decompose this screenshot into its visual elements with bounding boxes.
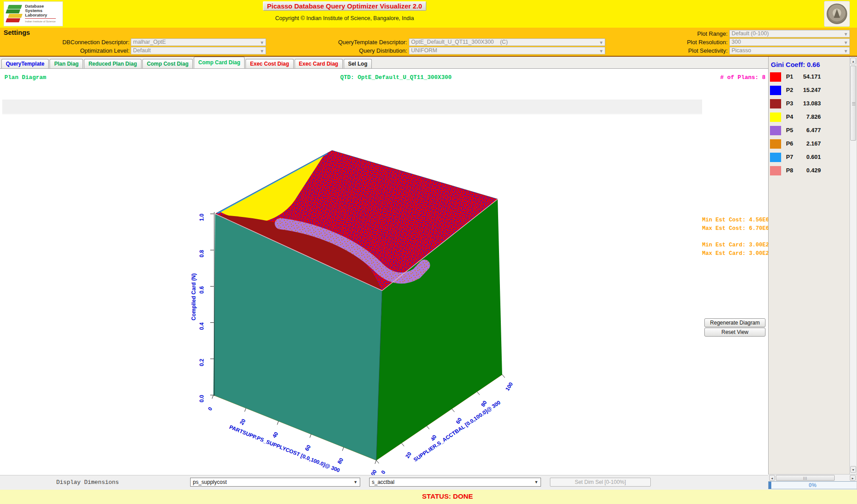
legend-plan-value: 6.477	[795, 127, 821, 133]
plot-resolution-label: Plot Resolution:	[638, 38, 728, 46]
legend-plan-label: P6	[786, 140, 793, 147]
tab-comp-cost-diag[interactable]: Comp Cost Diag	[142, 59, 193, 68]
axis-tick	[376, 460, 379, 463]
legend-row-p4: P47.826	[769, 112, 850, 125]
tab-sel-log[interactable]: Sel Log	[344, 59, 372, 68]
stat-line: Min Est Cost: 4.56E6	[702, 216, 769, 225]
tab-plan-diag[interactable]: Plan Diag	[50, 59, 83, 68]
axis-tick	[310, 434, 311, 438]
legend-panel: Gini Coeff: 0.66 P154.171P215.247P313.08…	[768, 57, 849, 474]
top-banner: Database Systems Laboratory Indian Insti…	[0, 0, 857, 28]
axis-tick	[375, 460, 376, 464]
legend-swatch	[770, 153, 781, 162]
chevron-down-icon: ▼	[844, 48, 848, 54]
tab-reduced-plan-diag[interactable]: Reduced Plan Diag	[84, 59, 141, 68]
regenerate-diagram-button[interactable]: Regenerate Diagram	[704, 318, 765, 327]
stat-line: Min Est Card: 3.00E2	[702, 241, 769, 250]
optimization-level-value: Default	[133, 47, 151, 54]
stat-line: Max Est Cost: 6.70E6	[702, 225, 769, 233]
axis-tick	[245, 408, 246, 412]
vertical-scrollbar[interactable]: ▲ ▼	[849, 57, 857, 474]
axis-tick-label: 0	[207, 406, 214, 412]
horizontal-scroll-thumb[interactable]: |||	[776, 475, 835, 481]
dimension1-value: ps_supplycost	[193, 479, 227, 485]
dimension2-value: s_acctbal	[372, 479, 395, 485]
settings-heading: Settings	[4, 29, 30, 36]
legend-swatch	[770, 139, 781, 149]
progress-bar: 0%	[768, 481, 857, 489]
axis-tick-label: 0.6	[199, 286, 205, 294]
tab-comp-card-diag[interactable]: Comp Card Diag	[194, 57, 245, 68]
axis-tick-label: 0.8	[199, 250, 205, 258]
plot-selectivity-value: Picasso	[732, 47, 751, 54]
dsl-logo: Database Systems Laboratory Indian Insti…	[4, 1, 63, 26]
dimension2-select[interactable]: s_acctbal▼	[369, 478, 541, 487]
axis-tick	[477, 392, 480, 395]
picasso-app: Database Systems Laboratory Indian Insti…	[0, 0, 857, 504]
axis-tick-label: 0.2	[199, 358, 205, 366]
legend-row-p5: P56.477	[769, 125, 850, 138]
axis-tick-label: 20	[238, 417, 247, 426]
reset-view-button[interactable]: Reset View	[704, 328, 765, 337]
legend-row-p7: P70.601	[769, 152, 850, 165]
progress-text: 0%	[769, 482, 857, 488]
plot-selectivity-label: Plot Selectivity:	[638, 47, 728, 54]
tab-exec-cost-diag[interactable]: Exec Cost Diag	[245, 59, 293, 68]
gini-coeff: Gini Coeff: 0.66	[771, 61, 820, 68]
status-bar: STATUS: DONE	[0, 490, 857, 504]
dimension1-select[interactable]: ps_supplycost▼	[190, 478, 360, 487]
axis-tick	[452, 409, 454, 412]
scroll-left-icon[interactable]: ◄	[769, 475, 775, 481]
plan-diagram-3d[interactable]: 0.00.20.40.60.81.0 020406080100 02040608…	[0, 69, 769, 475]
legend-swatch	[770, 72, 781, 82]
query-distribution-select[interactable]: UNIFORM▼	[409, 47, 605, 54]
scroll-up-icon[interactable]: ▲	[850, 58, 856, 64]
tab-querytemplate[interactable]: QueryTemplate	[1, 59, 49, 68]
dsl-subline: Indian Institute of Science	[25, 18, 56, 24]
legend-plan-value: 7.826	[795, 113, 821, 120]
tab-label: Exec Card Diag	[299, 61, 338, 67]
optimization-level-select[interactable]: Default▼	[131, 47, 266, 54]
dsl-bricks-icon	[5, 4, 23, 24]
copyright-text: Copyright © Indian Institute of Science,…	[263, 15, 426, 21]
horizontal-scrollbar[interactable]: ◄ ||| ►	[768, 474, 857, 481]
tab-strip: QueryTemplatePlan DiagReduced Plan DiagC…	[0, 57, 768, 68]
legend-plan-label: P3	[786, 100, 793, 107]
scroll-down-icon[interactable]: ▼	[850, 466, 856, 473]
db-connection-select[interactable]: malhar_OptE▼	[131, 38, 266, 46]
axis-tick	[401, 443, 404, 446]
brick-yellow-icon	[8, 14, 23, 18]
plot-resolution-select[interactable]: 300▼	[729, 38, 850, 46]
tab-label: Reduced Plan Diag	[88, 61, 137, 67]
legend-swatch	[770, 99, 781, 108]
chevron-down-icon: ▼	[354, 478, 358, 486]
plot-resolution-value: 300	[732, 39, 741, 45]
axis-tick-label: 0	[380, 469, 387, 475]
tab-label: Sel Log	[348, 61, 367, 67]
db-connection-label: DBConnection Descriptor:	[40, 38, 129, 46]
legend-plan-label: P7	[786, 154, 793, 160]
chevron-down-icon: ▼	[260, 48, 264, 54]
axis-tick	[212, 395, 213, 399]
app-title: Picasso Database Query Optimizer Visuali…	[263, 1, 426, 11]
tab-exec-card-diag[interactable]: Exec Card Diag	[295, 59, 343, 68]
tab-label: Comp Card Diag	[198, 59, 240, 66]
vertical-scroll-thumb[interactable]	[850, 66, 856, 141]
plot-selectivity-select[interactable]: Picasso▼	[729, 47, 850, 54]
legend-swatch	[770, 112, 781, 122]
query-distribution-label: Query Distribution:	[318, 47, 407, 54]
scroll-right-icon[interactable]: ►	[850, 475, 856, 481]
set-dim-sel-button[interactable]: Set Dim Sel [0-100%]	[550, 478, 651, 487]
iisc-logo	[824, 1, 850, 27]
tab-label: Plan Diag	[54, 61, 79, 67]
brick-green-icon	[8, 5, 22, 9]
axis-tick-label: 0.4	[199, 322, 205, 330]
plot-range-select[interactable]: Default (0-100)▼	[729, 30, 850, 37]
tab-bar: QueryTemplatePlan DiagReduced Plan DiagC…	[1, 57, 373, 68]
chevron-down-icon: ▼	[599, 39, 603, 46]
axis-tick-label: 80	[336, 457, 345, 465]
query-template-select[interactable]: OptE_Default_U_QT11_300X300 (C)▼	[409, 38, 605, 46]
plan-diagram-panel: Plan Diagram QTD: OptE_Default_U_QT11_30…	[0, 68, 769, 475]
tab-label: QueryTemplate	[6, 61, 44, 67]
legend-plan-label: P4	[786, 113, 793, 120]
